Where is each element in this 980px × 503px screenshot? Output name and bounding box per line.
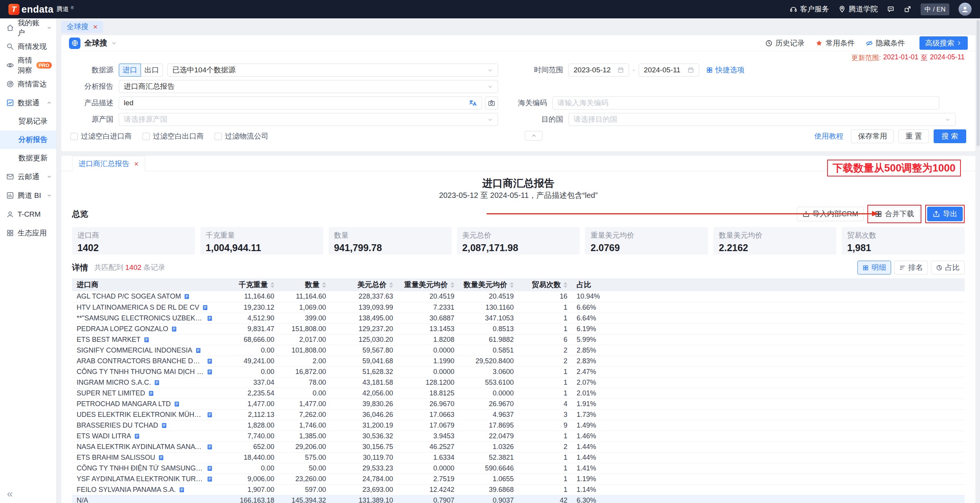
page-scrollbar[interactable] [977,20,980,501]
importer-name-cell[interactable]: ARAB CONTRACTORS BRANCHE DU TCHAD [72,356,218,366]
sidebar-item[interactable]: 生态应用 [0,224,56,242]
column-header[interactable]: 千克重量 [218,278,279,291]
sidebar-item[interactable]: 数据通 [0,93,56,112]
sidebar-item[interactable]: 云邮通 [0,167,56,186]
table-row[interactable]: INGRAM MICRO S.A.C.337.0478.0043,181.581… [72,377,965,388]
sidebar-item[interactable]: 我的账户 [0,18,56,37]
date-to-input[interactable]: 2024-05-11 [639,64,699,77]
column-header[interactable]: 数量美元均价 [459,278,518,291]
export-button[interactable]: 导出 [927,207,963,221]
importer-name-cell[interactable]: FEILO SYLVANIA PANAMA S.A. [72,484,218,495]
sidebar-subitem[interactable]: 贸易记录 [0,112,56,131]
chevron-down-icon[interactable] [111,40,117,46]
table-row[interactable]: **"SAMSUNG ELECTRONICS UZBEKISTAN"** mas… [72,313,965,323]
table-row[interactable]: ETS WADI LITRA7,740.001,385.0030,536.323… [72,431,965,441]
sidebar-item[interactable]: T-CRM [0,205,56,224]
table-row[interactable]: SIGNIFY COMMERCIAL INDONESIA0.00101,808.… [72,345,965,356]
filter-checkbox[interactable]: 过滤空白出口商 [143,131,204,141]
close-icon[interactable]: × [93,23,98,31]
advanced-search-button[interactable]: 高级搜索 [919,36,968,50]
table-row[interactable]: N/A166,163.18145,394.32131,389.100.79070… [72,495,965,503]
topbar-link[interactable]: 腾道学院 [838,4,878,14]
scrollbar-thumb[interactable] [977,20,980,146]
save-condition-button[interactable]: 保存常用 [851,129,894,143]
collapse-form-button[interactable] [525,131,542,140]
importer-name-cell[interactable]: N/A [72,495,218,503]
importer-name-cell[interactable]: YSF AYDINLATMA ELEKTRONIK TURIZM SANAYI … [72,474,218,484]
importer-name-cell[interactable]: UDES ELEKTRIK ELEKTRONIK MÜHENDISLIK SAN… [72,409,218,420]
importer-name-cell[interactable]: PEDRAJA LOPEZ GONZALO [72,323,218,334]
close-icon[interactable]: × [134,160,139,168]
table-row[interactable]: NASA ELEKTRIK AYDINLATMA SANAYI VE TICAR… [72,441,965,452]
search-button[interactable]: 搜 索 [934,129,966,143]
sort-icon[interactable] [389,282,393,288]
message-icon[interactable] [887,5,895,13]
column-header[interactable]: 重量美元均价 [398,278,459,291]
dest-country-select[interactable]: 请选择目的国 [569,113,955,126]
table-row[interactable]: HTV LATINOAMERICA S DE RL DE CV19,230.12… [72,302,965,313]
sort-icon[interactable] [564,282,567,288]
importer-name-cell[interactable]: HTV LATINOAMERICA S DE RL DE CV [72,302,218,313]
reset-button[interactable]: 重 置 [898,129,929,143]
topbar-link[interactable]: 客户服务 [790,4,829,14]
avatar[interactable] [959,3,972,16]
column-header[interactable]: 数量 [279,278,331,291]
table-row[interactable]: CÔNG TY TNHH THƯƠNG MAI DỊCH VỤ ĐIỆN MẠN… [72,366,965,377]
importer-name-cell[interactable]: SIGNIFY COMMERCIAL INDONESIA [72,345,218,356]
tendata-logo[interactable]: T endata 腾道 ® [8,4,74,15]
table-row[interactable]: PETROCHAD MANGARA LTD1,477.001,477.0039,… [72,398,965,409]
filter-checkbox[interactable]: 过滤物流公司 [215,131,269,141]
sidebar-item[interactable]: 商情雷达 [0,75,56,93]
importer-name-cell[interactable]: NASA ELEKTRIK AYDINLATMA SANAYI VE TICAR… [72,441,218,452]
sidebar-item[interactable]: 商情洞察PRO [0,56,56,75]
table-row[interactable]: FEILO SYLVANIA PANAMA S.A.1,907.00597.00… [72,484,965,495]
share-icon[interactable] [904,5,911,13]
sidebar-item[interactable]: 商情发现 [0,37,56,56]
filter-checkbox[interactable]: 过滤空白进口商 [70,131,132,141]
table-row[interactable]: CÔNG TY TNHH ĐIỆN TỬ SAMSUNG HCMC CE COM… [72,463,965,474]
table-row[interactable]: YSF AYDINLATMA ELEKTRONIK TURIZM SANAYI … [72,474,965,484]
report-tab[interactable]: 进口商汇总报告 × [72,156,145,171]
import-toggle[interactable]: 进口 [119,64,141,77]
sort-icon[interactable] [451,282,454,288]
table-row[interactable]: ETS BEST MARKET68,666.002,017.00125,030.… [72,334,965,345]
product-desc-input[interactable]: led [119,96,482,109]
sidebar-item[interactable]: 腾道 BI [0,186,56,205]
importer-name-cell[interactable]: SUPER NET LIMITED [72,388,218,398]
importer-name-cell[interactable]: CÔNG TY TNHH THƯƠNG MAI DỊCH VỤ ĐIỆN MẠN… [72,366,218,377]
origin-country-select[interactable]: 请选择原产国 [119,113,498,126]
sidebar-collapse-button[interactable]: « [7,488,13,500]
sort-icon[interactable] [322,282,326,288]
importer-name-cell[interactable]: AGL TCHAD P/C SOGEA SATOM [72,291,218,302]
workspace-tab-global-search[interactable]: 全球搜 × [61,21,103,33]
importer-name-cell[interactable]: BRASSERIES DU TCHAD [72,420,218,431]
date-from-input[interactable]: 2023-05-12 [569,64,629,77]
report-type-select[interactable]: 进口商汇总报告 [119,80,498,93]
table-row[interactable]: PEDRAJA LOPEZ GONZALO9,831.47151,808.001… [72,323,965,334]
tutorial-link[interactable]: 使用教程 [814,131,843,141]
importer-name-cell[interactable]: INGRAM MICRO S.A.C. [72,377,218,388]
view-toggle-grid[interactable]: 明细 [857,261,891,274]
table-row[interactable]: UDES ELEKTRIK ELEKTRONIK MÜHENDISLIK SAN… [72,409,965,420]
quick-options-link[interactable]: 快捷选项 [706,65,744,75]
table-row[interactable]: SUPER NET LIMITED2,235.540.0042,056.0018… [72,388,965,398]
sidebar-subitem[interactable]: 数据更新 [0,149,56,167]
table-row[interactable]: ARAB CONTRACTORS BRANCHE DU TCHAD49,241.… [72,356,965,366]
importer-name-cell[interactable]: ETS WADI LITRA [72,431,218,441]
sort-icon[interactable] [510,282,514,288]
table-row[interactable]: BRASSERIES DU TCHAD1,828.001,746.0031,20… [72,420,965,431]
column-header[interactable]: 美元总价 [331,278,398,291]
toolbar-button[interactable]: 历史记录 [765,38,805,48]
view-toggle-pie[interactable]: 占比 [931,261,965,274]
translate-icon[interactable] [469,99,477,107]
importer-name-cell[interactable]: ETS BRAHIM SALISSOU [72,452,218,463]
sort-icon[interactable] [270,282,274,288]
toolbar-button[interactable]: 隐藏条件 [865,38,905,48]
importer-name-cell[interactable]: CÔNG TY TNHH ĐIỆN TỬ SAMSUNG HCMC CE COM… [72,463,218,474]
hs-code-input[interactable]: 请输入海关编码 [552,96,939,109]
language-toggle[interactable]: 中 / EN [921,3,949,15]
table-row[interactable]: ETS BRAHIM SALISSOU18,440.00575.0030,119… [72,452,965,463]
importer-name-cell[interactable]: **"SAMSUNG ELECTRONICS UZBEKISTAN"** mas… [72,313,218,323]
importer-name-cell[interactable]: PETROCHAD MANGARA LTD [72,398,218,409]
importer-name-cell[interactable]: ETS BEST MARKET [72,334,218,345]
